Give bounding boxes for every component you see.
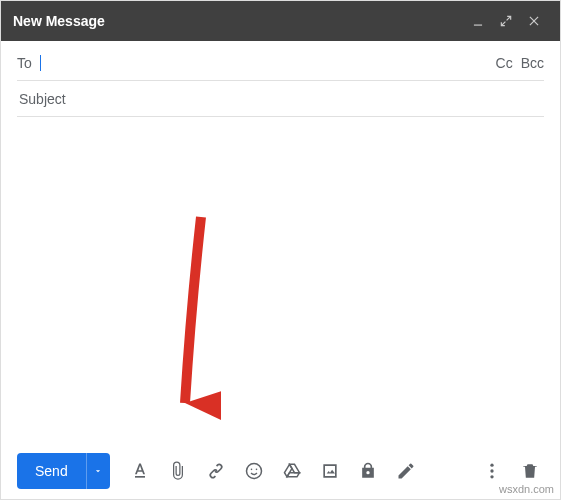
cc-button[interactable]: Cc: [496, 55, 513, 71]
send-button-group: Send: [17, 453, 110, 489]
discard-draft-icon[interactable]: [516, 457, 544, 485]
compose-window: New Message To Cc Bcc: [0, 0, 561, 500]
bcc-button[interactable]: Bcc: [521, 55, 544, 71]
insert-signature-icon[interactable]: [392, 457, 420, 485]
svg-point-9: [490, 469, 493, 472]
format-text-icon[interactable]: [126, 457, 154, 485]
confidential-mode-icon[interactable]: [354, 457, 382, 485]
send-options-button[interactable]: [86, 453, 110, 489]
titlebar: New Message: [1, 1, 560, 41]
window-title: New Message: [13, 13, 464, 29]
expand-icon[interactable]: [492, 7, 520, 35]
to-label: To: [17, 55, 32, 71]
more-options-icon[interactable]: [478, 457, 506, 485]
svg-rect-4: [135, 476, 145, 478]
svg-point-8: [490, 464, 493, 467]
attach-file-icon[interactable]: [164, 457, 192, 485]
svg-point-5: [246, 464, 261, 479]
message-body[interactable]: [1, 117, 560, 443]
send-button[interactable]: Send: [17, 453, 86, 489]
compose-toolbar: Send: [1, 443, 560, 499]
minimize-icon[interactable]: [464, 7, 492, 35]
insert-emoji-icon[interactable]: [240, 457, 268, 485]
insert-link-icon[interactable]: [202, 457, 230, 485]
right-tools: [478, 457, 544, 485]
to-input[interactable]: [41, 54, 488, 72]
watermark: wsxdn.com: [499, 483, 554, 495]
close-icon[interactable]: [520, 7, 548, 35]
subject-row[interactable]: [17, 81, 544, 117]
svg-point-7: [255, 469, 257, 471]
annotation-arrow-icon: [161, 207, 221, 427]
svg-point-10: [490, 475, 493, 478]
to-row[interactable]: To Cc Bcc: [17, 45, 544, 81]
insert-drive-icon[interactable]: [278, 457, 306, 485]
insert-photo-icon[interactable]: [316, 457, 344, 485]
subject-input[interactable]: [17, 90, 544, 108]
header-fields: To Cc Bcc: [1, 41, 560, 117]
svg-point-6: [250, 469, 252, 471]
formatting-tools: [126, 457, 420, 485]
